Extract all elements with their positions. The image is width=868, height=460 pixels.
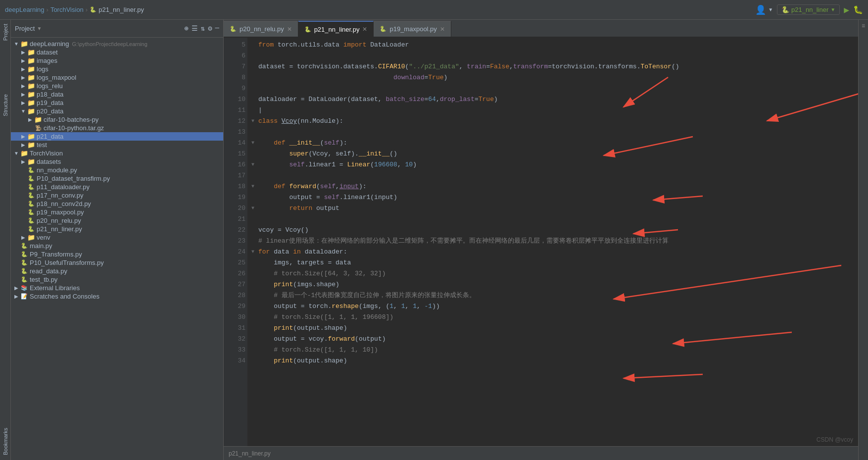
folder-icon-logs-relu: 📁 — [27, 82, 36, 90]
tree-item-p18data[interactable]: ▶ 📁 p18_data — [11, 90, 223, 99]
tree-item-cifar-batches[interactable]: ▶ 📁 cifar-10-batches-py — [11, 115, 223, 124]
tree-item-logs-relu[interactable]: ▶ 📁 logs_relu — [11, 82, 223, 90]
tab-label-p19: p19_maxpool.py — [389, 25, 436, 33]
label-p9: P9_Transforms.py — [30, 251, 82, 258]
project-tab[interactable]: Project — [1, 22, 9, 43]
tree-item-extlibs[interactable]: ▶ 📚 External Libraries — [11, 284, 223, 292]
sort-icon[interactable]: ⇅ — [201, 24, 205, 33]
tree-item-scratches[interactable]: ▶ 📝 Scratches and Consoles — [11, 292, 223, 301]
tab-p21[interactable]: 🐍 p21_nn_liner.py ✕ — [298, 21, 374, 37]
collapse-icon[interactable]: ☰ — [192, 24, 198, 33]
run-config-dropdown[interactable]: ▼ — [830, 7, 835, 12]
run-config-icon: 🐍 — [781, 6, 789, 13]
breadcrumb-filename: p21_nn_liner.py — [98, 6, 144, 13]
py-icon-nn-module: 🐍 — [27, 167, 36, 173]
project-title: Project ▼ — [15, 25, 42, 32]
tab-close-p19[interactable]: ✕ — [440, 26, 445, 33]
code-line-8: download=True) — [251, 72, 854, 83]
right-panel-icon: ≡ — [862, 23, 865, 30]
tab-p20[interactable]: 🐍 p20_nn_relu.py ✕ — [224, 21, 298, 37]
code-line-33: # torch.Size([1, 1, 1, 10]) — [251, 345, 854, 356]
tree-item-testtb[interactable]: 🐍 test_tb.py — [11, 275, 223, 284]
tree-item-deeplearning[interactable]: ▼ 📁 deepLearning G:\pythonProject\deepLe… — [11, 40, 223, 48]
file-tree: ▼ 📁 deepLearning G:\pythonProject\deepLe… — [11, 38, 223, 460]
label-p21data: p21_data — [37, 133, 63, 140]
user-area: 👤 ▼ — [755, 4, 773, 15]
line-numbers: 5 6 7 8 9 10 11 12 13 14 15 16 17 18 19 … — [224, 38, 247, 446]
breadcrumb-file[interactable]: 🐍 — [90, 6, 96, 13]
debug-button[interactable]: 🐛 — [853, 5, 863, 15]
project-label: Project — [15, 25, 35, 32]
code-line-18: ▼ def forward(self,input): — [251, 181, 854, 192]
bookmarks-tab[interactable]: Bookmarks — [2, 428, 8, 455]
status-bar: p21_nn_liner.py — [224, 446, 858, 460]
structure-tab[interactable]: Structure — [1, 92, 9, 118]
tree-item-images[interactable]: ▶ 📁 images — [11, 56, 223, 65]
label-p20: p20_nn_relu.py — [37, 217, 81, 224]
tree-item-p20data[interactable]: ▼ 📁 p20_data — [11, 107, 223, 115]
label-p11: p11_dataloader.py — [37, 183, 90, 191]
tree-item-cifar-archive[interactable]: 🗜 cifar-10-python.tar.gz — [11, 124, 223, 132]
tree-item-datasets[interactable]: ▶ 📁 datasets — [11, 157, 223, 166]
folder-icon-logs-maxpool: 📁 — [27, 74, 36, 81]
code-content[interactable]: from torch.utils.data import DataLoader … — [247, 38, 858, 446]
tree-item-p10useful[interactable]: 🐍 P10_UsefulTransforms.py — [11, 258, 223, 267]
label-p21: p21_nn_liner.py — [37, 225, 82, 233]
user-icon: 👤 — [755, 4, 766, 15]
tab-label-p21: p21_nn_liner.py — [314, 26, 360, 33]
tab-p19[interactable]: 🐍 p19_maxpool.py ✕ — [374, 21, 451, 37]
folder-icon-p20data: 📁 — [27, 107, 36, 115]
tree-item-main[interactable]: 🐍 main.py — [11, 242, 223, 250]
run-button[interactable]: ▶ — [844, 4, 849, 15]
project-dropdown-icon[interactable]: ▼ — [37, 26, 42, 31]
py-icon-readdata: 🐍 — [20, 268, 29, 274]
label-p18: p18_nn_conv2d.py — [37, 200, 91, 207]
folder-icon-cifar-batches: 📁 — [34, 116, 43, 123]
tree-item-logs[interactable]: ▶ 📁 logs — [11, 65, 223, 73]
breadcrumb-torchvision[interactable]: TorchVision — [50, 6, 84, 13]
locate-icon[interactable]: ⊕ — [184, 24, 188, 33]
tree-item-dataset[interactable]: ▶ 📁 dataset — [11, 48, 223, 56]
tree-item-p9[interactable]: 🐍 P9_Transforms.py — [11, 250, 223, 258]
dropdown-icon[interactable]: ▼ — [768, 7, 773, 12]
label-cifar-archive: cifar-10-python.tar.gz — [44, 124, 104, 132]
path-hint-deeplearning: G:\pythonProject\deepLearning — [72, 41, 147, 47]
tree-item-torchvision[interactable]: ▼ 📁 TorchVision — [11, 149, 223, 157]
tree-item-p17[interactable]: 🐍 p17_nn_conv.py — [11, 191, 223, 200]
label-main: main.py — [30, 242, 52, 250]
minimize-icon[interactable]: ─ — [215, 24, 219, 33]
tab-close-p20[interactable]: ✕ — [287, 26, 292, 33]
label-p19: p19_maxpool.py — [37, 208, 84, 216]
tree-item-p21data[interactable]: ▶ 📁 p21_data — [11, 132, 223, 141]
tab-close-p21[interactable]: ✕ — [362, 26, 367, 33]
arrow-deeplearning: ▼ — [13, 41, 20, 47]
label-readdata: read_data.py — [30, 267, 67, 275]
code-line-20: ▼ return output — [251, 203, 854, 214]
label-torchvision: TorchVision — [30, 150, 63, 157]
tree-item-logs-maxpool[interactable]: ▶ 📁 logs_maxpool — [11, 73, 223, 82]
run-config[interactable]: 🐍 p21_nn_liner ▼ — [777, 4, 840, 15]
label-test: test — [37, 141, 47, 149]
tree-item-p19data[interactable]: ▶ 📁 p19_data — [11, 99, 223, 107]
folder-icon-venv: 📁 — [27, 234, 36, 241]
py-icon-p11: 🐍 — [27, 184, 36, 190]
breadcrumb-deeplearning[interactable]: deepLearning — [5, 6, 45, 13]
tree-item-p10[interactable]: 🐍 P10_dataset_transfirm.py — [11, 174, 223, 183]
label-scratches: Scratches and Consoles — [30, 293, 99, 300]
code-line-7: dataset = torchvision.datasets.CIFAR10("… — [251, 61, 854, 72]
code-line-21 — [251, 214, 854, 225]
tree-item-p19[interactable]: 🐍 p19_maxpool.py — [11, 208, 223, 216]
tree-item-readdata[interactable]: 🐍 read_data.py — [11, 267, 223, 275]
tree-item-test[interactable]: ▶ 📁 test — [11, 141, 223, 149]
tree-item-p18[interactable]: 🐍 p18_nn_conv2d.py — [11, 200, 223, 208]
tree-item-venv[interactable]: ▶ 📁 venv — [11, 233, 223, 242]
label-nn-module: nn_module.py — [37, 166, 77, 174]
tree-item-p21[interactable]: 🐍 p21_nn_liner.py — [11, 225, 223, 233]
tree-item-nn-module[interactable]: 🐍 nn_module.py — [11, 166, 223, 174]
settings-icon[interactable]: ⚙ — [208, 24, 212, 33]
tree-item-p11[interactable]: 🐍 p11_dataloader.py — [11, 183, 223, 191]
label-logs-relu: logs_relu — [37, 82, 63, 90]
tree-item-p20[interactable]: 🐍 p20_nn_relu.py — [11, 216, 223, 225]
code-line-31: print(output.shape) — [251, 323, 854, 334]
folder-icon-p18data: 📁 — [27, 91, 36, 98]
